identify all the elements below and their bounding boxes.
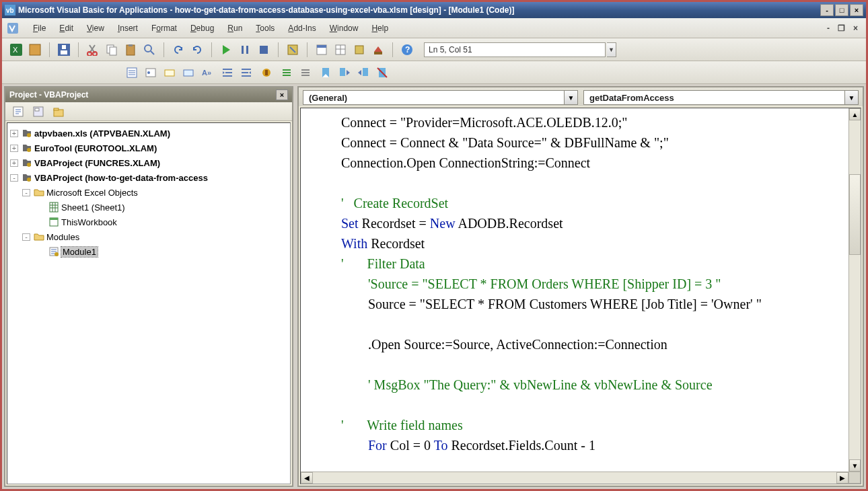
close-button[interactable]: ×	[850, 4, 863, 16]
find-button[interactable]	[141, 41, 158, 59]
uncomment-block-button[interactable]	[297, 64, 314, 81]
copy-button[interactable]	[103, 41, 120, 59]
menu-debug[interactable]: Debug	[184, 21, 221, 36]
prev-bookmark-button[interactable]	[355, 64, 372, 81]
scroll-down-button[interactable]: ▼	[849, 459, 861, 471]
toggle-folders-button[interactable]	[50, 103, 67, 120]
chevron-down-icon[interactable]: ▼	[565, 90, 578, 105]
tree-item[interactable]: ThisWorkbook	[36, 215, 289, 229]
clear-bookmarks-button[interactable]	[373, 64, 391, 81]
reset-button[interactable]	[255, 41, 273, 59]
break-button[interactable]	[236, 41, 254, 59]
run-button[interactable]	[217, 41, 235, 59]
svg-rect-13	[126, 45, 135, 55]
menu-edit[interactable]: Edit	[52, 21, 80, 36]
project-pane-close-button[interactable]: ×	[276, 89, 288, 100]
undo-button[interactable]	[170, 41, 187, 59]
object-combo[interactable]: (General) ▼	[303, 90, 578, 104]
tree-item[interactable]: +atpvbaen.xls (ATPVBAEN.XLAM)	[9, 126, 289, 141]
expand-toggle[interactable]: +	[10, 145, 18, 152]
expand-toggle[interactable]: +	[10, 130, 18, 137]
menu-window[interactable]: Window	[323, 21, 365, 36]
menu-run[interactable]: Run	[221, 21, 249, 36]
svg-point-51	[27, 178, 31, 182]
mdi-minimize-button[interactable]: -	[823, 22, 834, 34]
chevron-down-icon[interactable]: ▼	[845, 90, 859, 105]
expand-toggle[interactable]: +	[10, 159, 18, 167]
comment-block-button[interactable]	[278, 64, 295, 81]
code-editor[interactable]: Connect = "Provider=Microsoft.ACE.OLEDB.…	[300, 108, 861, 484]
expand-toggle[interactable]: -	[10, 174, 18, 182]
menu-file[interactable]: File	[26, 21, 52, 36]
procedure-combo-value: getDataFromAccess	[583, 90, 845, 105]
properties-window-button[interactable]	[332, 41, 349, 59]
menu-add-ins[interactable]: Add-Ins	[281, 21, 322, 36]
tree-item[interactable]: Sheet1 (Sheet1)	[36, 200, 289, 215]
folder-open-icon	[33, 231, 45, 242]
project-explorer-pane: Project - VBAProject × +atpvbaen.xls (AT…	[4, 86, 293, 487]
tree-item[interactable]: +VBAProject (FUNCRES.XLAM)	[9, 155, 289, 170]
tree-item[interactable]: -Microsoft Excel Objects	[21, 185, 289, 200]
menu-help[interactable]: Help	[365, 21, 395, 36]
toggle-breakpoint-button[interactable]	[258, 64, 275, 81]
redo-button[interactable]	[188, 41, 206, 59]
toggle-bookmark-button[interactable]	[317, 64, 334, 81]
view-object-button[interactable]	[30, 103, 47, 120]
toolbox-button[interactable]	[369, 41, 387, 59]
svg-rect-8	[62, 45, 66, 49]
minimize-button[interactable]: -	[820, 4, 834, 16]
svg-rect-12	[110, 47, 116, 55]
expand-toggle[interactable]: -	[22, 233, 30, 241]
next-bookmark-button[interactable]	[336, 64, 353, 81]
menu-insert[interactable]: Insert	[111, 21, 145, 36]
menu-format[interactable]: Format	[145, 21, 184, 36]
object-combo-value: (General)	[303, 90, 565, 105]
svg-rect-52	[50, 202, 58, 212]
paste-button[interactable]	[122, 41, 139, 59]
vba-project-icon	[21, 157, 33, 168]
tree-item[interactable]: +EuroTool (EUROTOOL.XLAM)	[9, 141, 289, 155]
project-tree[interactable]: +atpvbaen.xls (ATPVBAEN.XLAM)+EuroTool (…	[7, 122, 291, 484]
procedure-combo[interactable]: getDataFromAccess ▼	[583, 90, 859, 104]
list-properties-button[interactable]	[123, 64, 141, 81]
menu-tools[interactable]: Tools	[249, 21, 281, 36]
scroll-up-button[interactable]: ▲	[849, 108, 861, 120]
indent-button[interactable]	[219, 64, 236, 81]
tree-item[interactable]: -VBAProject (how-to-get-data-from-access	[9, 170, 289, 185]
object-browser-button[interactable]	[351, 41, 368, 59]
vba-project-icon	[21, 143, 33, 153]
scroll-thumb[interactable]	[849, 174, 861, 255]
mdi-restore-button[interactable]: ❐	[834, 22, 849, 34]
parameter-info-button[interactable]	[180, 64, 197, 81]
tree-item[interactable]: Module1	[36, 244, 289, 259]
tree-item[interactable]: -Modules	[21, 229, 289, 244]
project-explorer-button[interactable]	[313, 41, 330, 59]
cut-button[interactable]	[84, 41, 102, 59]
expand-toggle[interactable]: -	[22, 189, 30, 196]
insert-module-button[interactable]	[26, 41, 44, 59]
complete-word-button[interactable]: A»	[198, 64, 216, 81]
position-dropdown-arrow[interactable]: ▼	[607, 42, 616, 57]
view-code-button[interactable]	[9, 103, 27, 120]
scroll-left-button[interactable]: ◀	[301, 472, 313, 484]
quick-info-button[interactable]	[161, 64, 178, 81]
list-constants-button[interactable]	[142, 64, 159, 81]
svg-text:?: ?	[405, 45, 410, 54]
svg-point-45	[27, 133, 31, 137]
help-button[interactable]: ?	[398, 41, 416, 59]
view-excel-button[interactable]: X	[7, 41, 25, 59]
tree-item-label: atpvbaen.xls (ATPVBAEN.XLAM)	[34, 128, 170, 139]
svg-rect-5	[30, 44, 40, 55]
mdi-close-button[interactable]: ×	[849, 22, 862, 34]
vertical-scrollbar[interactable]: ▲ ▼	[848, 108, 861, 471]
project-pane-title: Project - VBAProject	[9, 90, 88, 100]
scroll-right-button[interactable]: ▶	[836, 472, 848, 484]
tree-item-label: Microsoft Excel Objects	[46, 188, 138, 198]
restore-button[interactable]: □	[835, 4, 848, 16]
design-mode-button[interactable]	[284, 41, 301, 59]
menu-view[interactable]: View	[80, 21, 111, 36]
outdent-button[interactable]	[238, 64, 255, 81]
tree-item-label: Sheet1 (Sheet1)	[61, 202, 125, 213]
horizontal-scrollbar[interactable]: ◀ ▶	[301, 471, 848, 484]
save-button[interactable]	[55, 41, 73, 59]
